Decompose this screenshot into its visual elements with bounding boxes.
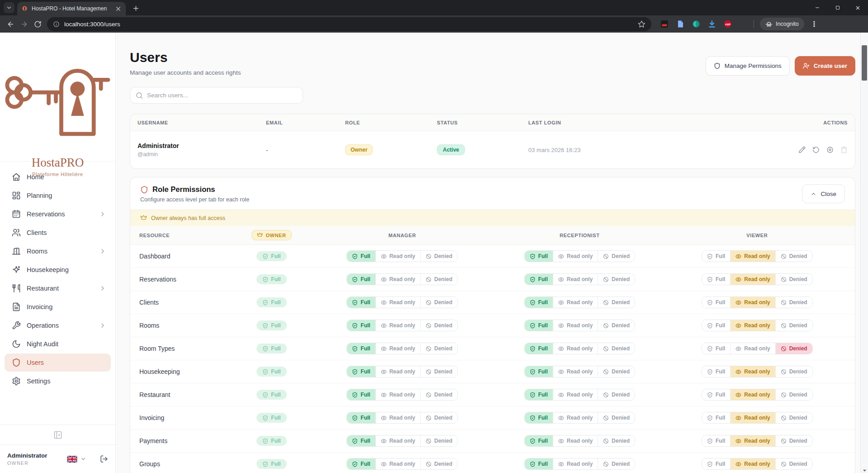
permission-denied-button[interactable]: Denied <box>598 320 635 331</box>
url-bar[interactable]: localhost:3000/users <box>47 17 651 31</box>
browser-menu-button[interactable] <box>808 18 820 30</box>
permission-full-button[interactable]: Full <box>347 389 375 400</box>
permission-denied-button[interactable]: Denied <box>598 297 635 308</box>
permission-denied-button[interactable]: Denied <box>420 343 457 354</box>
permission-readonly-button[interactable]: Read only <box>730 459 775 469</box>
sidebar-item-night-audit[interactable]: Night Audit <box>5 335 111 353</box>
permission-denied-button[interactable]: Denied <box>775 297 812 308</box>
permission-readonly-button[interactable]: Read only <box>730 320 775 331</box>
permission-readonly-button[interactable]: Read only <box>730 297 775 308</box>
site-info-icon[interactable] <box>53 21 60 28</box>
permission-readonly-button[interactable]: Read only <box>730 366 775 377</box>
permission-readonly-button[interactable]: Read only <box>375 459 420 469</box>
sidebar-item-operations[interactable]: Operations <box>5 316 111 334</box>
permission-denied-button[interactable]: Denied <box>598 412 635 423</box>
permission-readonly-button[interactable]: Read only <box>553 320 598 331</box>
sidebar-item-reservations[interactable]: Reservations <box>5 205 111 223</box>
permission-denied-button[interactable]: Denied <box>420 459 457 469</box>
permission-denied-button[interactable]: Denied <box>775 251 812 262</box>
permission-readonly-button[interactable]: Read only <box>553 343 598 354</box>
permission-full-button[interactable]: Full <box>702 343 730 354</box>
permission-readonly-button[interactable]: Read only <box>375 366 420 377</box>
permission-readonly-button[interactable]: Read only <box>553 435 598 446</box>
sidebar-item-clients[interactable]: Clients <box>5 224 111 242</box>
permission-denied-button[interactable]: Denied <box>775 274 812 285</box>
reload-button[interactable] <box>31 17 44 31</box>
permission-full-button[interactable]: Full <box>525 412 553 423</box>
permission-full-button[interactable]: Full <box>702 366 730 377</box>
permission-denied-button[interactable]: Denied <box>598 435 635 446</box>
permission-readonly-button[interactable]: Read only <box>553 389 598 400</box>
reset-password-button[interactable] <box>812 146 820 153</box>
permission-denied-button[interactable]: Denied <box>598 274 635 285</box>
extension-icon[interactable] <box>708 20 716 28</box>
language-chevron-down-icon[interactable] <box>80 456 86 462</box>
permission-readonly-button[interactable]: Read only <box>375 320 420 331</box>
sidebar-item-planning[interactable]: Planning <box>5 186 111 205</box>
permission-full-button[interactable]: Full <box>347 274 375 285</box>
permission-denied-button[interactable]: Denied <box>420 251 457 262</box>
extensions-puzzle-icon[interactable] <box>740 20 748 28</box>
permission-denied-button[interactable]: Denied <box>775 320 812 331</box>
tab-close-icon[interactable] <box>115 5 122 12</box>
sidebar-item-settings[interactable]: Settings <box>5 372 111 390</box>
permission-full-button[interactable]: Full <box>525 320 553 331</box>
permission-readonly-button[interactable]: Read only <box>553 459 598 469</box>
extension-icon[interactable] <box>692 20 700 28</box>
permission-full-button[interactable]: Full <box>525 343 553 354</box>
permission-readonly-button[interactable]: Read only <box>730 435 775 446</box>
edit-user-button[interactable] <box>798 146 806 153</box>
permission-full-button[interactable]: Full <box>347 412 375 423</box>
permission-denied-button[interactable]: Denied <box>420 412 457 423</box>
permission-denied-button[interactable]: Denied <box>598 366 635 377</box>
permission-full-button[interactable]: Full <box>525 459 553 469</box>
permission-denied-button[interactable]: Denied <box>775 435 812 446</box>
permission-full-button[interactable]: Full <box>702 320 730 331</box>
permission-denied-button[interactable]: Denied <box>420 435 457 446</box>
permission-full-button[interactable]: Full <box>525 366 553 377</box>
permission-full-button[interactable]: Full <box>702 459 730 469</box>
adblock-extension-icon[interactable]: ABP <box>724 20 732 28</box>
back-button[interactable] <box>4 17 17 31</box>
sidebar-item-users[interactable]: Users <box>5 354 111 372</box>
view-user-button[interactable] <box>826 146 834 153</box>
permission-readonly-button[interactable]: Read only <box>730 389 775 400</box>
permission-readonly-button[interactable]: Read only <box>553 251 598 262</box>
permission-denied-button[interactable]: Denied <box>598 343 635 354</box>
permission-full-button[interactable]: Full <box>347 251 375 262</box>
sidebar-item-rooms[interactable]: Rooms <box>5 242 111 260</box>
search-input[interactable] <box>147 92 297 99</box>
permission-full-button[interactable]: Full <box>702 251 730 262</box>
permission-readonly-button[interactable]: Read only <box>375 297 420 308</box>
permission-denied-button[interactable]: Denied <box>598 459 635 469</box>
permission-full-button[interactable]: Full <box>347 343 375 354</box>
permission-denied-button[interactable]: Denied <box>775 459 812 469</box>
permission-readonly-button[interactable]: Read only <box>375 251 420 262</box>
close-permissions-button[interactable]: Close <box>802 184 845 203</box>
permission-readonly-button[interactable]: Read only <box>553 366 598 377</box>
scrollbar-thumb[interactable] <box>862 45 867 81</box>
permission-denied-button[interactable]: Denied <box>775 366 812 377</box>
manage-permissions-button[interactable]: Manage Permissions <box>706 56 790 76</box>
extension-icon[interactable] <box>660 20 669 28</box>
permission-readonly-button[interactable]: Read only <box>375 389 420 400</box>
permission-full-button[interactable]: Full <box>702 412 730 423</box>
permission-readonly-button[interactable]: Read only <box>375 274 420 285</box>
sidebar-item-home[interactable]: Home <box>5 168 111 186</box>
window-maximize-button[interactable] <box>827 0 848 15</box>
permission-full-button[interactable]: Full <box>702 435 730 446</box>
new-tab-button[interactable] <box>132 5 140 12</box>
permission-full-button[interactable]: Full <box>347 459 375 469</box>
permission-readonly-button[interactable]: Read only <box>730 274 775 285</box>
permission-denied-button[interactable]: Denied <box>775 389 812 400</box>
permission-full-button[interactable]: Full <box>702 297 730 308</box>
permission-readonly-button[interactable]: Read only <box>730 343 775 354</box>
logout-button[interactable] <box>100 455 108 463</box>
page-scrollbar[interactable] <box>860 33 868 473</box>
permission-full-button[interactable]: Full <box>525 297 553 308</box>
permission-readonly-button[interactable]: Read only <box>375 435 420 446</box>
permission-full-button[interactable]: Full <box>347 297 375 308</box>
permission-full-button[interactable]: Full <box>525 389 553 400</box>
permission-denied-button[interactable]: Denied <box>598 251 635 262</box>
permission-full-button[interactable]: Full <box>702 274 730 285</box>
